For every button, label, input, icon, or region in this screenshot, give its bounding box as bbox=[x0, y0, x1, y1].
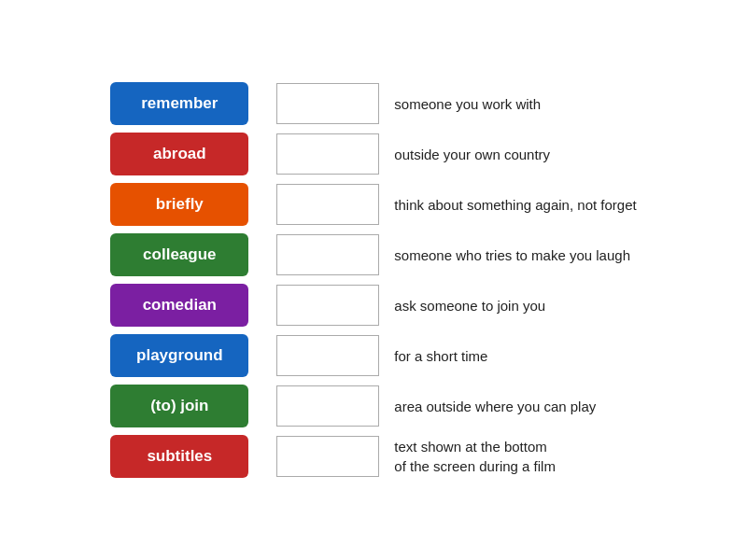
drop-box-5[interactable] bbox=[276, 285, 379, 326]
pair-row: text shown at the bottom of the screen d… bbox=[276, 435, 636, 478]
word-btn-playground[interactable]: playground bbox=[110, 334, 248, 377]
word-btn-abroad[interactable]: abroad bbox=[110, 133, 248, 175]
pair-row: ask someone to join you bbox=[276, 284, 636, 327]
main-container: rememberabroadbrieflycolleaguecomedianpl… bbox=[73, 54, 673, 506]
word-btn-comedian[interactable]: comedian bbox=[110, 284, 248, 327]
pair-row: outside your own country bbox=[276, 133, 636, 175]
drop-box-6[interactable] bbox=[276, 335, 379, 376]
definition-def8: text shown at the bottom of the screen d… bbox=[394, 437, 556, 476]
definition-def3: think about something again, not forget bbox=[394, 195, 636, 215]
drop-box-2[interactable] bbox=[276, 133, 379, 175]
pairs-column: someone you work withoutside your own co… bbox=[276, 82, 636, 478]
word-btn-remember[interactable]: remember bbox=[110, 82, 248, 125]
definition-def1: someone you work with bbox=[394, 94, 541, 114]
drop-box-3[interactable] bbox=[276, 184, 379, 225]
pair-row: someone you work with bbox=[276, 82, 636, 125]
definition-def4: someone who tries to make you laugh bbox=[394, 245, 630, 265]
word-btn-briefly[interactable]: briefly bbox=[110, 183, 248, 226]
definition-def2: outside your own country bbox=[394, 145, 550, 164]
pair-row: someone who tries to make you laugh bbox=[276, 233, 636, 276]
word-btn-to-join[interactable]: (to) join bbox=[110, 385, 248, 427]
definition-def6: for a short time bbox=[394, 346, 487, 366]
pair-row: area outside where you can play bbox=[276, 385, 636, 427]
pair-row: think about something again, not forget bbox=[276, 183, 636, 226]
drop-box-8[interactable] bbox=[276, 436, 379, 477]
drop-box-7[interactable] bbox=[276, 385, 379, 427]
words-column: rememberabroadbrieflycolleaguecomedianpl… bbox=[110, 82, 248, 478]
drop-box-4[interactable] bbox=[276, 234, 379, 275]
drop-box-1[interactable] bbox=[276, 83, 379, 124]
definition-def5: ask someone to join you bbox=[394, 296, 545, 315]
pair-row: for a short time bbox=[276, 334, 636, 377]
definition-def7: area outside where you can play bbox=[394, 397, 596, 416]
word-btn-colleague[interactable]: colleague bbox=[110, 233, 248, 276]
word-btn-subtitles[interactable]: subtitles bbox=[110, 435, 248, 478]
